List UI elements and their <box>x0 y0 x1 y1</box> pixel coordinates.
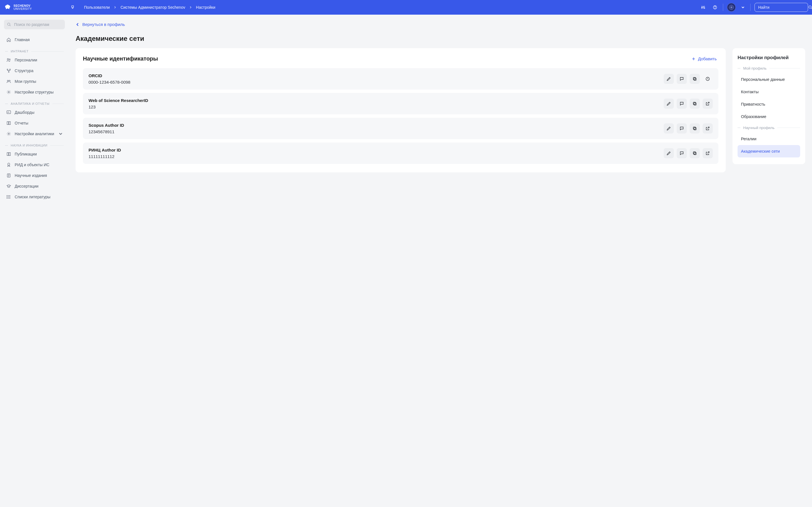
journal-icon <box>6 173 11 178</box>
sliders-button[interactable] <box>699 3 707 11</box>
svg-point-13 <box>10 69 10 70</box>
add-identifier-button[interactable]: Добавить <box>690 56 718 61</box>
svg-rect-31 <box>693 127 696 129</box>
comment-button[interactable] <box>677 148 687 158</box>
svg-point-16 <box>9 80 10 81</box>
sidebar-section-title: НАУКА И ИННОВАЦИИ <box>11 144 47 147</box>
sidebar-item[interactable]: Отчеты <box>4 118 65 128</box>
external-link-button[interactable] <box>703 99 713 109</box>
external-link-button[interactable] <box>703 148 713 158</box>
sidebar-item-label: Отчеты <box>15 121 28 125</box>
comment-button[interactable] <box>677 74 687 84</box>
sidebar-item-label: РИД и объекты ИС <box>15 163 49 167</box>
sidebar-search-input[interactable] <box>13 22 64 27</box>
back-to-profile-link[interactable]: Вернуться в профиль <box>75 22 125 27</box>
sidebar-item[interactable]: Главная <box>4 34 65 45</box>
sidebar-search[interactable] <box>4 20 65 29</box>
identifier-label: ORCID <box>89 73 660 78</box>
svg-point-0 <box>702 7 702 8</box>
svg-rect-28 <box>694 103 696 105</box>
sidebar-item-label: Дашборды <box>15 110 35 115</box>
breadcrumb-item[interactable]: Системы Администратор Sechenov <box>120 5 185 10</box>
help-button[interactable] <box>711 3 719 11</box>
settings-panel: Настройки профилей Мой профильПерсональн… <box>732 48 805 164</box>
main: Вернуться в профиль Академические сети Н… <box>69 0 812 179</box>
edit-button[interactable] <box>664 74 674 84</box>
avatar[interactable] <box>727 3 735 11</box>
user-menu-toggle[interactable] <box>740 3 746 11</box>
history-button[interactable] <box>703 74 713 84</box>
sidebar-section-header: ИНТРАНЕТ <box>4 50 65 53</box>
sidebar-item[interactable]: Мои группы <box>4 76 65 87</box>
comment-button[interactable] <box>677 99 687 109</box>
svg-point-19 <box>8 133 10 135</box>
edit-button[interactable] <box>664 99 674 109</box>
copy-button[interactable] <box>690 123 700 133</box>
identifier-value: 0000-1234-6578-0098 <box>89 80 660 84</box>
dashboard-icon <box>6 110 11 115</box>
sidebar-item[interactable]: Публикации <box>4 149 65 159</box>
identifier-value: 11111111112 <box>89 154 660 159</box>
settings-item[interactable]: Академические сети <box>738 145 800 158</box>
global-search[interactable] <box>755 3 808 12</box>
breadcrumb-item[interactable]: Пользователи <box>84 5 110 10</box>
external-link-button[interactable] <box>703 123 713 133</box>
settings-item[interactable]: Персональные данные <box>738 73 800 86</box>
search-icon <box>808 5 812 10</box>
edit-button[interactable] <box>664 123 674 133</box>
groups-icon <box>6 79 11 84</box>
svg-rect-29 <box>693 102 696 105</box>
logo-text: SECHENOV UNIVERSITY <box>13 4 32 10</box>
chevron-left-icon <box>75 22 80 26</box>
sidebar-item[interactable]: РИД и объекты ИС <box>4 159 65 170</box>
svg-rect-26 <box>693 77 696 80</box>
svg-point-1 <box>703 6 704 7</box>
comment-button[interactable] <box>677 123 687 133</box>
identifier-row: Web of Science ResearcherID 123 <box>83 93 718 114</box>
settings-section-title: Мой профиль <box>743 66 767 70</box>
sidebar-section-title: АНАЛИТИКА И ОТЧЕТЫ <box>11 102 50 105</box>
copy-button[interactable] <box>690 99 700 109</box>
settings-item[interactable]: Регалии <box>738 133 800 145</box>
svg-rect-30 <box>694 128 696 130</box>
settings-item[interactable]: Контакты <box>738 86 800 98</box>
global-search-input[interactable] <box>758 5 808 10</box>
chevron-right-icon <box>114 6 116 9</box>
svg-rect-18 <box>7 111 11 114</box>
svg-point-12 <box>7 69 8 70</box>
tree-icon <box>6 68 11 73</box>
breadcrumb-item[interactable]: Настройки <box>196 5 215 10</box>
sidebar-item[interactable]: Настройки структуры <box>4 87 65 98</box>
identifier-row: РИНЦ Author ID 11111111112 <box>83 143 718 164</box>
back-link-label: Вернуться в профиль <box>82 22 125 27</box>
sidebar-item-label: Главная <box>15 38 30 42</box>
sidebar-item[interactable]: Настройки аналитики <box>4 128 65 139</box>
sidebar-item-label: Научные издания <box>15 173 47 178</box>
settings-item[interactable]: Приватность <box>738 98 800 110</box>
sidebar-item-label: Публикации <box>15 152 37 156</box>
sidebar-item[interactable]: Персоналии <box>4 55 65 65</box>
svg-point-15 <box>7 80 8 81</box>
svg-point-4 <box>715 8 715 8</box>
topbar: SECHENOV UNIVERSITY Пользователи Системы… <box>0 0 812 15</box>
identifier-row: Scopus Author ID 12345678911 <box>83 118 718 139</box>
copy-button[interactable] <box>690 74 700 84</box>
identifiers-card: Научные идентификаторы Добавить ORCID 00… <box>75 48 726 172</box>
copy-button[interactable] <box>690 148 700 158</box>
unpin-sidebar-button[interactable] <box>69 3 77 11</box>
edit-button[interactable] <box>664 148 674 158</box>
search-icon <box>7 22 11 27</box>
sidebar-item[interactable]: Структура <box>4 65 65 76</box>
identifiers-card-title: Научные идентификаторы <box>83 55 158 62</box>
logo[interactable]: SECHENOV UNIVERSITY <box>4 4 69 11</box>
svg-point-8 <box>809 6 811 8</box>
settings-item[interactable]: Образование <box>738 110 800 123</box>
sidebar-section-header: АНАЛИТИКА И ОТЧЕТЫ <box>4 102 65 105</box>
chevron-down-icon <box>59 132 63 136</box>
settings-section-header: Мой профиль <box>738 66 800 70</box>
sidebar-item[interactable]: Научные издания <box>4 170 65 179</box>
identifier-label: Scopus Author ID <box>89 123 660 128</box>
sidebar: Главная ИНТРАНЕТПерсоналииСтруктураМои г… <box>0 15 69 179</box>
sidebar-item[interactable]: Дашборды <box>4 107 65 118</box>
sidebar-item-label: Настройки структуры <box>15 90 54 94</box>
